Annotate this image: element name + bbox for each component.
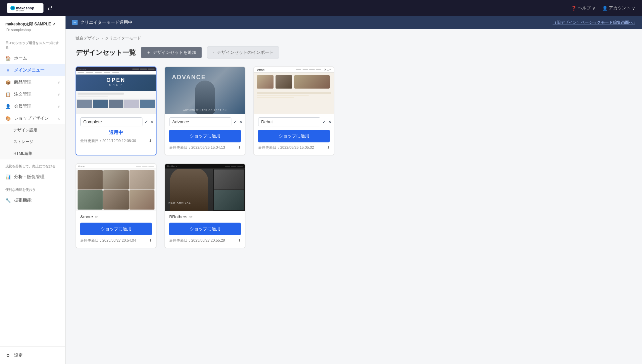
analytics-icon: 📊 [5, 174, 11, 179]
applied-label-complete: 適用中 [80, 130, 152, 136]
cancel-name-icon-advance[interactable]: ✕ [239, 119, 243, 124]
design-name-input-complete[interactable] [80, 117, 142, 126]
sidebar-item-main-menu[interactable]: ≡ メインメニュー [0, 64, 65, 76]
breadcrumb-item-design[interactable]: 独自デザイン [76, 35, 100, 41]
sidebar-section-label-2: 現状を分析して、売上につなげる [0, 159, 65, 171]
sidebar-submenu-design: デザイン設定 ストレージ HTML編集 [0, 124, 65, 159]
breadcrumb-separator: › [102, 36, 103, 41]
card-date-complete: 最終更新日：2022/12/09 12:08:36 ⬇ [80, 138, 152, 143]
sidebar-item-shop-design-label: ショップデザイン [14, 115, 49, 121]
help-icon: ❓ [571, 6, 576, 11]
add-design-label: デザインセットを追加 [153, 49, 196, 55]
external-link-icon: ↗ [52, 22, 55, 26]
sidebar-item-extensions-label: 拡張機能 [14, 197, 31, 203]
sidebar-item-orders-label: 注文管理 [14, 91, 31, 97]
design-card-more: &more [76, 163, 156, 248]
legacy-mode-link[interactable]: （旧デザイン）ベーシックモード編集画面へ › [553, 20, 635, 25]
help-button[interactable]: ❓ ヘルプ ∨ [571, 5, 596, 11]
sidebar-item-html-edit[interactable]: HTML編集 [0, 148, 65, 159]
edit-name-icon-more[interactable]: ✏ [95, 215, 98, 219]
sidebar-item-home-label: ホーム [14, 55, 27, 61]
confirm-name-icon-complete[interactable]: ✓ [144, 119, 148, 124]
apply-button-advance[interactable]: ショップに適用 [169, 130, 241, 142]
sidebar-section-label-3: 便利な機能を使おう [0, 183, 65, 194]
card-name-row-more: &more ✏ [80, 214, 152, 219]
sidebar-item-storage[interactable]: ストレージ [0, 136, 65, 148]
top-bar: makeshop by GMO ⇄ ❓ ヘルプ ∨ 👤 アカウント ∨ [0, 0, 642, 16]
design-card-brothers: Brothers NEW ARRIVAL [165, 163, 245, 248]
help-label: ヘルプ [578, 5, 591, 11]
design-name-input-advance[interactable] [169, 117, 231, 126]
design-name-more: &more [80, 214, 93, 219]
import-design-label: デザインセットのインポート [217, 49, 274, 55]
sidebar: makeshop太郎 SAMPLE ↗ ID: sampleshop 日々のショ… [0, 16, 66, 364]
card-name-row-debut: ✓ ✕ [258, 117, 330, 126]
sidebar-item-analytics-label: 分析・販促管理 [14, 174, 44, 180]
breadcrumb: 独自デザイン › クリエイターモード [76, 35, 632, 41]
sidebar-item-shop-design[interactable]: 🎨 ショップデザイン ∧ [0, 112, 65, 124]
card-body-brothers: BRothers ✏ ショップに適用 最終更新日：2023/03/27 20:5… [165, 211, 245, 248]
cancel-name-icon-complete[interactable]: ✕ [150, 119, 154, 124]
plus-icon: ＋ [146, 49, 151, 55]
card-name-row-complete: ✓ ✕ [80, 117, 152, 126]
design-thumbnail-brothers: Brothers NEW ARRIVAL [165, 164, 245, 211]
main-content: 独自デザイン › クリエイターモード デザインセット一覧 ＋ デザインセットを追… [66, 29, 642, 364]
last-updated-debut: 最終更新日：2022/05/25 15:05:02 [258, 145, 314, 150]
edit-name-icon-brothers[interactable]: ✏ [189, 215, 193, 219]
sidebar-user-id: ID: sampleshop [5, 28, 60, 32]
design-name-brothers: BRothers [169, 214, 187, 219]
apply-button-debut[interactable]: ショップに適用 [258, 130, 330, 142]
card-date-more: 最終更新日：2023/03/27 20:54:04 ⬇ [80, 238, 152, 243]
shop-design-arrow-icon: ∧ [58, 117, 60, 120]
sidebar-item-analytics[interactable]: 📊 分析・販促管理 [0, 171, 65, 183]
sidebar-item-products-label: 商品管理 [14, 79, 31, 85]
members-arrow-icon: ∨ [58, 105, 60, 108]
design-thumbnail-complete: Complete [76, 67, 156, 114]
card-body-complete: ✓ ✕ 適用中 最終更新日：2022/12/09 12:08:36 ⬇ [76, 114, 156, 148]
import-design-button[interactable]: ↑ デザインセットのインポート [207, 46, 279, 58]
download-icon-complete[interactable]: ⬇ [149, 139, 152, 143]
sidebar-item-settings[interactable]: ⚙ 設定 [0, 349, 65, 361]
last-updated-advance: 最終更新日：2022/05/25 15:04:13 [169, 145, 225, 150]
apply-button-brothers[interactable]: ショップに適用 [169, 223, 241, 235]
add-design-button[interactable]: ＋ デザインセットを追加 [141, 47, 202, 58]
account-icon: 👤 [602, 6, 608, 11]
toggle-sidebar-button[interactable]: ⇄ [47, 4, 52, 12]
sidebar-item-design-settings[interactable]: デザイン設定 [0, 124, 65, 136]
sidebar-item-extensions[interactable]: 🔧 拡張機能 [0, 194, 65, 206]
download-icon-debut[interactable]: ⬇ [327, 145, 330, 150]
sidebar-item-members[interactable]: 👤 会員管理 ∨ [0, 100, 65, 112]
sidebar-item-orders[interactable]: 📋 注文管理 ∨ [0, 88, 65, 100]
download-icon-advance[interactable]: ⬇ [238, 145, 241, 150]
menu-icon: ≡ [5, 68, 11, 73]
sidebar-section-label-1: 日々のショップ運営をスムーズにする [0, 36, 65, 52]
download-icon-brothers[interactable]: ⬇ [238, 238, 241, 243]
card-date-brothers: 最終更新日：2023/03/27 20:55:29 ⬇ [169, 238, 241, 243]
sidebar-item-home[interactable]: 🏠 ホーム [0, 52, 65, 64]
sidebar-item-products[interactable]: 📦 商品管理 ∨ [0, 76, 65, 88]
account-button[interactable]: 👤 アカウント ∨ [602, 5, 635, 11]
confirm-name-icon-advance[interactable]: ✓ [233, 119, 237, 124]
help-chevron-icon: ∨ [592, 6, 596, 11]
card-date-debut: 最終更新日：2022/05/25 15:05:02 ⬇ [258, 145, 330, 150]
layout: makeshop太郎 SAMPLE ↗ ID: sampleshop 日々のショ… [0, 16, 642, 364]
extensions-icon: 🔧 [5, 198, 11, 203]
sidebar-item-main-menu-label: メインメニュー [14, 67, 44, 73]
creator-mode-banner: ✏ クリエイターモード適用中 （旧デザイン）ベーシックモード編集画面へ › [66, 16, 642, 29]
orders-icon: 📋 [5, 92, 11, 97]
cancel-name-icon-debut[interactable]: ✕ [328, 119, 332, 124]
home-icon: 🏠 [5, 55, 11, 61]
download-icon-more[interactable]: ⬇ [149, 238, 152, 243]
creator-banner-label: クリエイターモード適用中 [80, 19, 132, 25]
design-name-input-debut[interactable] [258, 117, 320, 126]
sidebar-bottom: ⚙ 設定 [0, 346, 65, 364]
sidebar-item-members-label: 会員管理 [14, 103, 31, 109]
confirm-name-icon-debut[interactable]: ✓ [322, 119, 326, 124]
design-thumbnail-more: &more [76, 164, 156, 211]
card-name-row-brothers: BRothers ✏ [169, 214, 241, 219]
members-icon: 👤 [5, 104, 11, 109]
top-bar-right: ❓ ヘルプ ∨ 👤 アカウント ∨ [571, 5, 635, 11]
last-updated-complete: 最終更新日：2022/12/09 12:08:36 [80, 138, 136, 143]
sidebar-user: makeshop太郎 SAMPLE ↗ ID: sampleshop [0, 16, 65, 36]
apply-button-more[interactable]: ショップに適用 [80, 223, 152, 235]
